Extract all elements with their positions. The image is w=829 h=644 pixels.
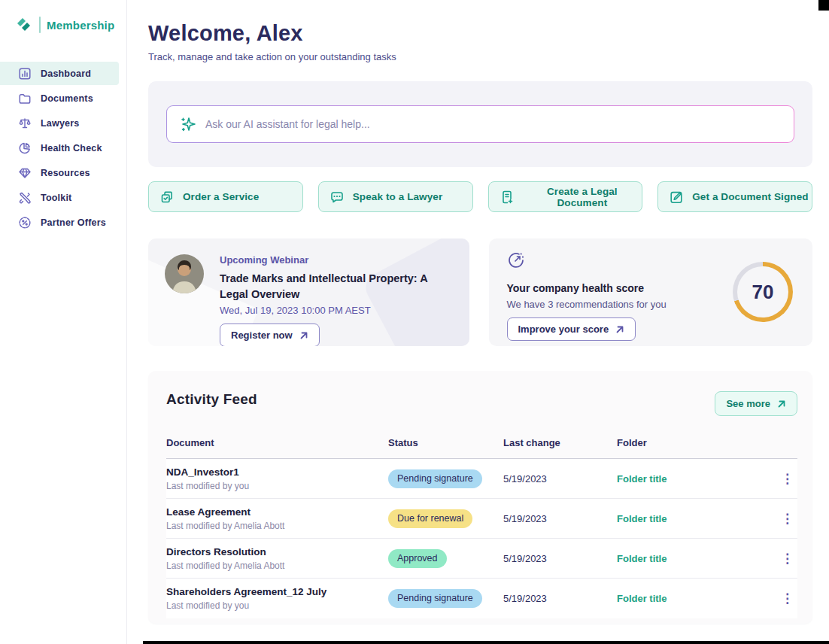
health-score-title: Your company health score [507, 282, 667, 294]
document-modified: Last modified by you [166, 481, 388, 491]
screenshot-artifact [143, 641, 829, 644]
document-modified: Last modified by you [166, 600, 388, 611]
page-title: Welcome, Alex [148, 21, 812, 46]
activity-table: DocumentStatusLast changeFolder NDA_Inve… [166, 437, 797, 618]
column-header-last-change: Last change [503, 437, 617, 448]
webinar-datetime: Wed, Jul 19, 2023 10:00 PM AEST [220, 305, 451, 316]
sidebar-item-label: Resources [41, 168, 90, 178]
sidebar-item-documents[interactable]: Documents [0, 87, 126, 110]
table-row: Directors ResolutionLast modified by Ame… [166, 539, 797, 579]
sidebar-item-resources[interactable]: Resources [0, 161, 126, 184]
sparkle-icon [180, 116, 196, 132]
sidebar-item-label: Lawyers [41, 118, 79, 129]
webinar-body: Upcoming Webinar Trade Marks and Intelle… [220, 254, 451, 346]
column-header-status: Status [388, 437, 503, 448]
column-header-document: Document [166, 437, 388, 448]
ai-input-wrapper [167, 106, 794, 142]
last-change-cell: 5/19/2023 [503, 593, 617, 604]
folder-link[interactable]: Folder title [617, 473, 775, 485]
improve-score-button[interactable]: Improve your score [507, 317, 636, 341]
webinar-card: Upcoming Webinar Trade Marks and Intelle… [148, 238, 469, 346]
status-cell: Pending signature [388, 469, 503, 488]
activity-table-body: NDA_Investor1Last modified by youPending… [166, 459, 797, 618]
row-menu-kebab-icon[interactable]: ⋮ [775, 469, 800, 488]
webinar-eyebrow: Upcoming Webinar [220, 254, 451, 266]
sidebar-item-label: Dashboard [41, 68, 91, 79]
activity-feed-card: Activity Feed See more DocumentStatusLas… [148, 371, 812, 624]
dashboard-icon [18, 67, 32, 80]
get-a-document-signed-button[interactable]: Get a Document Signed [657, 181, 812, 212]
folder-link[interactable]: Folder title [617, 513, 775, 524]
see-more-button[interactable]: See more [715, 391, 797, 416]
create-document-icon [500, 190, 515, 205]
folder-link[interactable]: Folder title [617, 593, 775, 604]
last-change-cell: 5/19/2023 [503, 473, 617, 485]
webinar-presenter-avatar [165, 254, 204, 293]
speak-lawyer-icon [329, 190, 345, 205]
brand-logo-icon [15, 17, 33, 33]
document-cell: Shareholders Agreement_12 JulyLast modif… [166, 586, 388, 611]
quick-actions: Order a ServiceSpeak to a LawyerCreate a… [148, 181, 812, 212]
sidebar-item-partner-offers[interactable]: Partner Offers [0, 211, 126, 234]
table-row: NDA_Investor1Last modified by youPending… [166, 459, 797, 499]
arrow-up-right-icon [777, 399, 786, 409]
activity-feed-title: Activity Feed [166, 391, 257, 408]
row-menu-kebab-icon[interactable]: ⋮ [775, 509, 800, 528]
folder-link[interactable]: Folder title [617, 553, 775, 564]
document-title: Lease Agreement [166, 506, 388, 518]
last-change-cell: 5/19/2023 [503, 553, 617, 564]
sidebar-item-label: Health Check [41, 143, 102, 153]
quick-action-label: Create a Legal Document [523, 186, 642, 208]
quick-action-label: Get a Document Signed [692, 191, 808, 202]
sign-document-icon [669, 190, 684, 205]
health-score-ring-inner: 70 [737, 266, 788, 317]
resources-icon [18, 166, 32, 180]
table-row: Shareholders Agreement_12 JulyLast modif… [166, 579, 797, 618]
health-score-ring: 70 [733, 262, 793, 322]
status-badge: Due for renewal [388, 509, 472, 528]
document-title: NDA_Investor1 [166, 466, 388, 478]
speak-to-a-lawyer-button[interactable]: Speak to a Lawyer [318, 181, 473, 212]
page-subtitle: Track, manage and take action on your ou… [148, 51, 812, 62]
activity-feed-header: Activity Feed See more [166, 391, 797, 416]
main-content: Welcome, Alex Track, manage and take act… [127, 0, 829, 644]
status-badge: Approved [388, 549, 447, 568]
lawyers-icon [18, 117, 32, 130]
status-cell: Approved [388, 549, 503, 568]
partner-offers-icon [18, 216, 32, 229]
sidebar-item-label: Toolkit [41, 193, 71, 203]
sidebar-nav: DashboardDocumentsLawyersHealth CheckRes… [0, 62, 126, 234]
document-title: Shareholders Agreement_12 July [166, 586, 388, 597]
info-cards-row: Upcoming Webinar Trade Marks and Intelle… [148, 238, 812, 346]
brand-name: Membership [47, 19, 114, 32]
status-badge: Pending signature [388, 469, 482, 488]
quick-action-label: Speak to a Lawyer [353, 191, 443, 202]
arrow-up-right-icon [615, 325, 624, 334]
status-badge: Pending signature [388, 589, 482, 608]
document-title: Directors Resolution [166, 546, 388, 557]
quick-action-label: Order a Service [183, 191, 259, 202]
sidebar-item-toolkit[interactable]: Toolkit [0, 186, 126, 209]
sidebar: Membership DashboardDocumentsLawyersHeal… [0, 0, 127, 644]
health-score-card: Your company health score We have 3 reco… [489, 238, 813, 346]
arrow-up-right-icon [299, 331, 308, 340]
ai-assistant-card [148, 81, 812, 167]
create-a-legal-document-button[interactable]: Create a Legal Document [488, 181, 643, 212]
row-menu-kebab-icon[interactable]: ⋮ [775, 589, 800, 608]
toolkit-icon [18, 191, 32, 205]
ai-assistant-input[interactable] [205, 118, 781, 130]
sidebar-item-dashboard[interactable]: Dashboard [0, 62, 119, 85]
improve-score-label: Improve your score [518, 324, 609, 335]
order-service-icon [159, 190, 175, 205]
document-cell: Directors ResolutionLast modified by Ame… [166, 546, 388, 571]
see-more-label: See more [726, 398, 770, 409]
order-a-service-button[interactable]: Order a Service [148, 181, 303, 212]
sidebar-item-health-check[interactable]: Health Check [0, 136, 126, 159]
register-now-button[interactable]: Register now [220, 324, 320, 346]
sidebar-item-lawyers[interactable]: Lawyers [0, 111, 126, 135]
sidebar-item-label: Documents [41, 93, 93, 104]
row-menu-kebab-icon[interactable]: ⋮ [775, 549, 800, 568]
column-header-folder: Folder [617, 437, 775, 448]
register-now-label: Register now [231, 330, 293, 341]
document-modified: Last modified by Amelia Abott [166, 560, 388, 571]
